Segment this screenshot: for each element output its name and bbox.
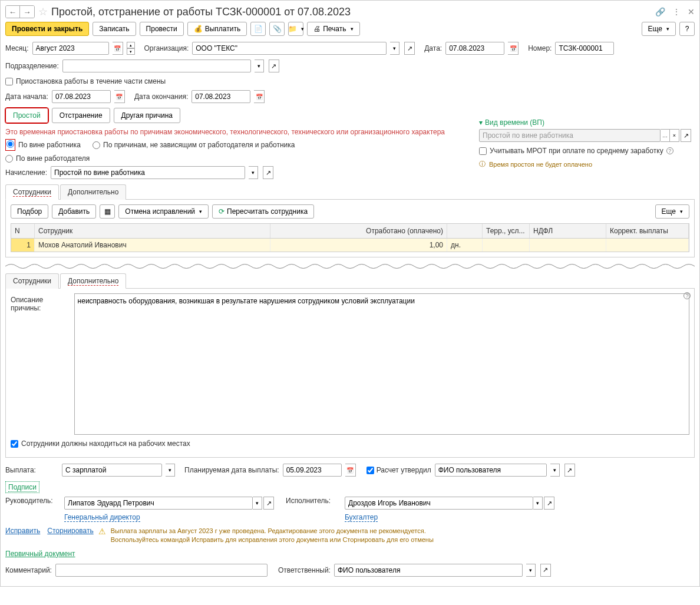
cancel-fixes-button[interactable]: Отмена исправлений [118,204,209,219]
not-paid-text: Время простоя не будет оплачено [489,161,592,168]
executor-position-link[interactable]: Бухгалтер [345,513,378,522]
tab-additional-2[interactable]: Дополнительно [60,273,126,289]
department-input[interactable] [62,59,251,72]
executor-dropdown-button[interactable]: ▾ [533,497,543,510]
payout-button[interactable]: 💰Выплатить [187,22,247,36]
close-icon[interactable]: ✕ [688,7,695,16]
time-type-open-button[interactable]: ↗ [681,129,691,142]
time-type-clear-button[interactable]: × [670,129,679,142]
col-unit-header[interactable] [447,224,483,238]
payout-dropdown-button[interactable]: ▾ [166,464,175,477]
favorite-icon[interactable]: ☆ [38,5,48,18]
pick-button[interactable]: Подбор [11,204,48,219]
link-icon[interactable]: 🔗 [655,7,665,16]
department-open-button[interactable]: ↗ [269,59,279,72]
radio-independent[interactable] [93,141,100,149]
menu-icon[interactable]: ⋮ [672,7,681,16]
desc-help-icon[interactable]: ? [684,292,691,299]
col-n-header[interactable]: N [11,224,35,238]
print-button[interactable]: 🖨Печать [307,22,359,36]
end-date-label: Дата окончания: [134,92,188,101]
number-input[interactable] [555,42,614,55]
grid-more-button[interactable]: Еще [655,204,689,219]
tab-idle[interactable]: Простой [5,108,48,123]
mrot-checkbox[interactable] [479,147,487,155]
responsible-open-button[interactable]: ↗ [540,564,551,577]
accrual-dropdown-button[interactable]: ▾ [249,166,258,179]
plan-date-calendar-button[interactable]: 📅 [345,464,356,477]
executor-open-button[interactable]: ↗ [544,497,554,510]
end-date-input[interactable] [191,90,250,103]
document-icon-button[interactable]: 📄 [250,22,266,36]
plan-date-input[interactable] [283,464,342,477]
col-ndfl-header[interactable]: НДФЛ [530,224,606,238]
manager-open-button[interactable]: ↗ [263,497,274,510]
partial-shift-checkbox[interactable] [5,78,13,85]
accrual-open-button[interactable]: ↗ [263,166,273,179]
post-button[interactable]: Провести [140,22,184,36]
help-button[interactable]: ? [679,22,695,36]
tab-other[interactable]: Другая причина [114,108,180,123]
date-input[interactable] [445,42,504,55]
tab-additional[interactable]: Дополнительно [60,184,126,200]
recalc-button[interactable]: ⟳Пересчитать сотрудника [212,204,314,219]
post-and-close-button[interactable]: Провести и закрыть [5,22,89,36]
add-button[interactable]: Добавить [52,204,96,219]
fix-link[interactable]: Исправить [5,527,40,535]
col-terr-header[interactable]: Терр., усл... [483,224,530,238]
approved-checkbox[interactable] [366,467,374,474]
onsite-checkbox[interactable] [11,440,18,448]
accrual-label: Начисление: [5,168,47,177]
tab-employees-2[interactable]: Сотрудники [5,273,59,289]
month-up-button[interactable]: ▴ [127,42,135,48]
approver-dropdown-button[interactable]: ▾ [550,464,560,477]
signatures-header[interactable]: Подписи [5,481,39,493]
storno-link[interactable]: Сторнировать [47,527,93,535]
payout-select[interactable] [62,464,162,477]
accrual-input[interactable] [51,166,245,179]
col-worked-header[interactable]: Отработано (оплачено) [270,224,447,238]
write-button[interactable]: Записать [93,22,136,36]
start-date-input[interactable] [52,90,111,103]
org-open-button[interactable]: ↗ [404,42,415,55]
primary-doc-link[interactable]: Первичный документ [5,550,75,558]
start-date-calendar-button[interactable]: 📅 [114,90,125,103]
forward-button[interactable]: → [20,6,34,18]
col-emp-header[interactable]: Сотрудник [35,224,270,238]
month-down-button[interactable]: ▾ [127,48,135,55]
attach-icon-button[interactable]: 📎 [269,22,285,36]
manager-position-link[interactable]: Генеральный директор [64,513,140,522]
mrot-label: Учитывать МРОТ при оплате по среднему за… [490,147,663,155]
executor-input[interactable] [345,497,533,510]
cell-ndfl [530,239,606,252]
tab-employees[interactable]: Сотрудники [5,184,59,200]
description-textarea[interactable] [74,293,689,435]
org-dropdown-button[interactable]: ▾ [390,42,399,55]
file-icon-button[interactable]: 📁 [288,22,303,36]
month-calendar-button[interactable]: 📅 [113,42,123,55]
responsible-input[interactable] [334,564,523,577]
time-type-pick-button[interactable]: … [661,129,670,142]
time-type-link[interactable]: ▾ Вид времени (ВП) [479,118,691,127]
fill-icon-button[interactable]: ▦ [100,204,115,219]
department-dropdown-button[interactable]: ▾ [255,59,264,72]
manager-input[interactable] [64,497,253,510]
manager-dropdown-button[interactable]: ▾ [253,497,262,510]
date-calendar-button[interactable]: 📅 [508,42,519,55]
titlebar: ← → ☆ Простой, отстранение от работы ТСЗ… [5,5,695,18]
mrot-help-icon[interactable]: ? [666,147,673,154]
more-button[interactable]: Еще [642,22,676,36]
approver-input[interactable] [435,464,547,477]
comment-input[interactable] [55,564,268,577]
approver-open-button[interactable]: ↗ [564,464,575,477]
responsible-dropdown-button[interactable]: ▾ [526,564,536,577]
back-button[interactable]: ← [6,6,20,18]
end-date-calendar-button[interactable]: 📅 [254,90,265,103]
tab-suspend[interactable]: Отстранение [52,108,110,123]
col-corr-header[interactable]: Коррект. выплаты [606,224,689,238]
org-input[interactable] [192,42,387,55]
table-row[interactable]: 1 Мохов Анатолий Иванович 1,00 дн. [11,239,689,252]
month-input[interactable] [32,42,109,55]
radio-employer-fault[interactable] [5,155,13,163]
radio-employee-fault[interactable] [6,140,14,148]
